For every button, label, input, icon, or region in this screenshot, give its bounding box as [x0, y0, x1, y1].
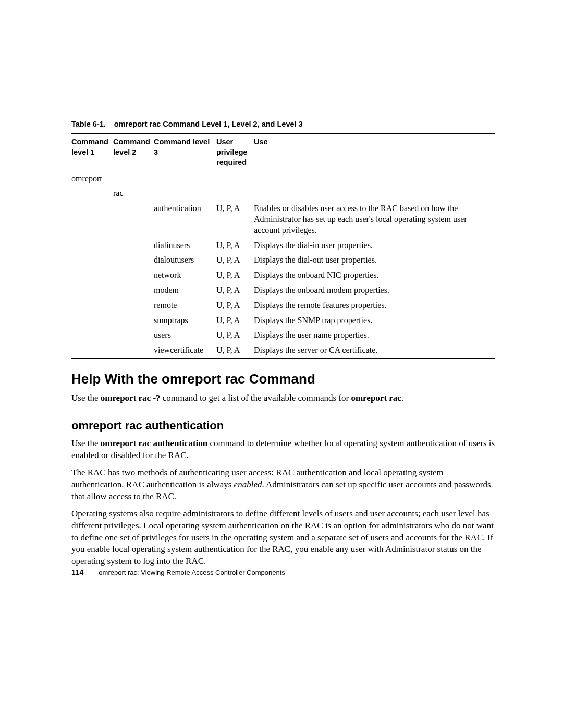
cell-l3: remote [154, 298, 216, 313]
cell-l1 [71, 298, 113, 313]
cell-use [254, 186, 495, 201]
table-row: snmptraps U, P, A Displays the SNMP trap… [71, 313, 495, 328]
cell-l3: users [154, 328, 216, 343]
cell-l1 [71, 328, 113, 343]
cell-use: Displays the remote features properties. [254, 298, 495, 313]
cell-l2 [113, 328, 154, 343]
cell-l2 [113, 268, 154, 283]
cell-priv: U, P, A [216, 343, 254, 358]
auth-heading: omreport rac authentication [71, 419, 495, 433]
cell-priv: U, P, A [216, 283, 254, 298]
auth-paragraph-1: Use the omreport rac authentication comm… [71, 438, 495, 462]
cell-l2 [113, 238, 154, 253]
th-priv: User privilege required [216, 134, 254, 171]
cell-l3: network [154, 268, 216, 283]
cell-l2 [113, 171, 154, 186]
cell-l2 [113, 343, 154, 358]
page-number: 114 [71, 568, 83, 576]
cell-l2 [113, 253, 154, 268]
cell-priv: U, P, A [216, 268, 254, 283]
footer-separator [91, 569, 91, 576]
cell-l1 [71, 313, 113, 328]
cell-l2: rac [113, 186, 154, 201]
cell-use: Displays the dial-out user properties. [254, 253, 495, 268]
cell-use: Enables or disables user access to the R… [254, 201, 495, 238]
chapter-title: omreport rac: Viewing Remote Access Cont… [99, 569, 285, 576]
table-caption-label: Table 6-1. [71, 120, 106, 128]
code-text: omreport rac -? [101, 393, 161, 403]
help-paragraph: Use the omreport rac -? command to get a… [71, 392, 495, 404]
italic-text: enabled [234, 479, 262, 489]
cell-l3: snmptraps [154, 313, 216, 328]
table-row: dialinusers U, P, A Displays the dial-in… [71, 238, 495, 253]
cell-use [254, 171, 495, 186]
cell-l2 [113, 313, 154, 328]
th-l2: Command level 2 [113, 134, 154, 171]
th-l3: Command level 3 [154, 134, 216, 171]
text: Use the [71, 393, 101, 403]
page-footer: 114 omreport rac: Viewing Remote Access … [71, 568, 285, 576]
table-header-row: Command level 1 Command level 2 Command … [71, 134, 495, 171]
cell-priv: U, P, A [216, 298, 254, 313]
text: . [401, 393, 403, 403]
cell-l3 [154, 186, 216, 201]
cell-l3: dialoutusers [154, 253, 216, 268]
table-row: network U, P, A Displays the onboard NIC… [71, 268, 495, 283]
page-content: Table 6-1. omreport rac Command Level 1,… [71, 120, 495, 573]
cell-l1 [71, 238, 113, 253]
th-l1: Command level 1 [71, 134, 113, 171]
table-row: remote U, P, A Displays the remote featu… [71, 298, 495, 313]
cell-l1 [71, 343, 113, 358]
cell-l1 [71, 283, 113, 298]
table-row: viewcertificate U, P, A Displays the ser… [71, 343, 495, 358]
cell-l3: viewcertificate [154, 343, 216, 358]
cell-priv: U, P, A [216, 313, 254, 328]
table-row: omreport [71, 171, 495, 186]
cell-priv: U, P, A [216, 201, 254, 238]
table-body: omreport rac authentication U, P, A Enab… [71, 171, 495, 358]
table-caption: Table 6-1. omreport rac Command Level 1,… [71, 120, 495, 128]
cell-l3: dialinusers [154, 238, 216, 253]
cell-l2 [113, 201, 154, 238]
cell-l1 [71, 186, 113, 201]
cell-priv [216, 186, 254, 201]
cell-l1: omreport [71, 171, 113, 186]
cell-priv: U, P, A [216, 238, 254, 253]
text: Use the [71, 438, 101, 448]
cell-priv: U, P, A [216, 328, 254, 343]
cell-use: Displays the onboard modem properties. [254, 283, 495, 298]
code-text: omreport rac [351, 393, 401, 403]
cell-l3 [154, 171, 216, 186]
cell-use: Displays the server or CA certificate. [254, 343, 495, 358]
cell-l2 [113, 283, 154, 298]
table-caption-text: omreport rac Command Level 1, Level 2, a… [114, 120, 303, 128]
cell-use: Displays the onboard NIC properties. [254, 268, 495, 283]
cell-l1 [71, 201, 113, 238]
auth-paragraph-3: Operating systems also require administr… [71, 508, 495, 568]
th-use: Use [254, 134, 495, 171]
cell-l1 [71, 253, 113, 268]
table-row: authentication U, P, A Enables or disabl… [71, 201, 495, 238]
cell-priv [216, 171, 254, 186]
cell-l2 [113, 298, 154, 313]
table-row: modem U, P, A Displays the onboard modem… [71, 283, 495, 298]
cell-use: Displays the dial-in user properties. [254, 238, 495, 253]
command-table: Command level 1 Command level 2 Command … [71, 133, 495, 359]
table-row: dialoutusers U, P, A Displays the dial-o… [71, 253, 495, 268]
cell-use: Displays the user name properties. [254, 328, 495, 343]
auth-paragraph-2: The RAC has two methods of authenticatin… [71, 467, 495, 503]
cell-l3: modem [154, 283, 216, 298]
table-row: rac [71, 186, 495, 201]
table-row: users U, P, A Displays the user name pro… [71, 328, 495, 343]
cell-l1 [71, 268, 113, 283]
code-text: omreport rac authentication [101, 438, 208, 448]
text: command to get a list of the available c… [161, 393, 351, 403]
cell-priv: U, P, A [216, 253, 254, 268]
cell-use: Displays the SNMP trap properties. [254, 313, 495, 328]
help-heading: Help With the omreport rac Command [71, 371, 495, 387]
cell-l3: authentication [154, 201, 216, 238]
